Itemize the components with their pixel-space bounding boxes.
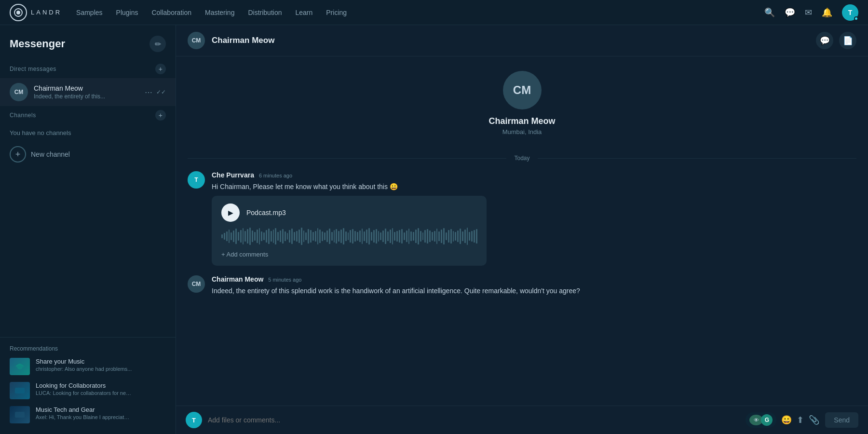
nav-item-pricing[interactable]: Pricing — [326, 7, 347, 18]
rec-preview: Axel: Hi, Thank you Blaine I appreciate … — [36, 414, 132, 420]
nav-items: SamplesPluginsCollaborationMasteringDist… — [76, 7, 764, 18]
rec-thumb-music-tech — [10, 406, 30, 423]
rec-thumb-collaborators — [10, 382, 30, 399]
dm-item[interactable]: CM Chairman Meow Indeed, the entirety of… — [0, 78, 176, 106]
input-area: T 👁 G 😀 ⬆ 📎 Send — [176, 406, 868, 434]
dm-info: Chairman Meow Indeed, the entirety of th… — [34, 84, 139, 100]
message-header: Chairman Meow 5 minutes ago — [212, 275, 856, 283]
message-avatar: CM — [188, 275, 205, 293]
new-channel-button[interactable]: + New channel — [10, 146, 166, 163]
recommendations-section: Recommendations Share your Music christo… — [0, 337, 176, 434]
message-header: Che Purrvara 6 minutes ago — [212, 171, 856, 179]
top-navigation: LANDR SamplesPluginsCollaborationMasteri… — [0, 0, 868, 25]
input-user-avatar: T — [186, 412, 202, 428]
logo[interactable]: LANDR — [10, 4, 62, 21]
direct-messages-label: Direct messages — [10, 66, 56, 72]
chat-message-icon-button[interactable]: 💬 — [816, 32, 833, 49]
search-icon[interactable]: 🔍 — [764, 7, 775, 18]
recommendations-title: Recommendations — [10, 345, 166, 352]
nav-item-learn[interactable]: Learn — [295, 7, 312, 18]
message-row: T Che Purrvara 6 minutes ago Hi Chairman… — [188, 171, 856, 266]
rec-thumb-share — [10, 358, 30, 375]
rec-name: Looking for Collaborators — [36, 382, 166, 389]
message-time: 6 minutes ago — [259, 173, 292, 178]
emoji-button[interactable]: 😀 — [781, 415, 792, 425]
user-avatar[interactable]: T — [842, 4, 858, 21]
no-channels-text: You have no channels — [0, 124, 176, 141]
logo-icon — [10, 4, 27, 21]
dm-more-icon[interactable]: ⋯ — [145, 88, 152, 97]
dm-preview: Indeed, the entirety of this... — [34, 93, 139, 100]
message-input[interactable] — [208, 416, 740, 424]
online-indicator — [854, 16, 858, 21]
chat-header-left: CM Chairman Meow — [188, 32, 274, 49]
message-sender-name: Chairman Meow — [212, 275, 263, 283]
svg-rect-1 — [15, 388, 25, 393]
profile-name: Chairman Meow — [488, 116, 555, 126]
add-comments-button[interactable]: + Add comments — [221, 251, 477, 258]
nav-item-collaboration[interactable]: Collaboration — [151, 7, 191, 18]
audio-waveform — [221, 228, 477, 245]
rec-preview: LUCA: Looking for collaborators for new.… — [36, 390, 132, 396]
rec-item-music-tech[interactable]: Music Tech and Gear Axel: Hi, Thank you … — [10, 406, 166, 423]
sidebar: Messenger ✏ Direct messages + CM Chairma… — [0, 25, 176, 434]
direct-messages-header: Direct messages + — [0, 60, 176, 78]
chat-header: CM Chairman Meow 💬 📄 — [176, 25, 868, 56]
rec-item-collaborators[interactable]: Looking for Collaborators LUCA: Looking … — [10, 382, 166, 399]
rec-info: Share your Music christopher: Also anyon… — [36, 358, 166, 372]
contact-profile: CM Chairman Meow Mumbai, India — [176, 56, 868, 145]
chat-contact-name: Chairman Meow — [212, 36, 274, 45]
rec-name: Music Tech and Gear — [36, 406, 166, 413]
attach-button[interactable]: 📎 — [809, 415, 819, 425]
audio-filename: Podcast.mp3 — [246, 209, 286, 217]
ai-badge[interactable]: 👁 G — [746, 412, 776, 428]
nav-item-distribution[interactable]: Distribution — [248, 7, 282, 18]
dm-actions: ⋯ ✓✓ — [145, 88, 166, 97]
messages-area: Today T Che Purrvara 6 minutes ago Hi Ch… — [176, 145, 868, 406]
sidebar-title: Messenger — [10, 38, 65, 50]
message-content: Che Purrvara 6 minutes ago Hi Chairman, … — [212, 171, 856, 266]
sidebar-header: Messenger ✏ — [0, 25, 176, 60]
rec-item-share-music[interactable]: Share your Music christopher: Also anyon… — [10, 358, 166, 375]
nav-item-mastering[interactable]: Mastering — [205, 7, 234, 18]
add-channel-button[interactable]: + — [155, 110, 166, 121]
profile-avatar: CM — [503, 71, 542, 109]
topnav-right: 🔍 💬 ✉ 🔔 T — [764, 4, 858, 21]
audio-player: ▶ Podcast.mp3 + Add comments — [212, 196, 487, 266]
chat-document-icon-button[interactable]: 📄 — [839, 32, 856, 49]
audio-top: ▶ Podcast.mp3 — [221, 203, 477, 222]
message-row: CM Chairman Meow 5 minutes ago Indeed, t… — [188, 275, 856, 296]
send-button[interactable]: Send — [825, 412, 858, 428]
message-avatar: T — [188, 171, 205, 189]
chat-icon[interactable]: 💬 — [785, 7, 795, 18]
bell-icon[interactable]: 🔔 — [822, 7, 832, 18]
ai-g-icon: G — [761, 414, 773, 426]
nav-item-plugins[interactable]: Plugins — [116, 7, 138, 18]
play-button[interactable]: ▶ — [221, 203, 240, 222]
rec-preview: christopher: Also anyone had problems... — [36, 366, 132, 372]
dm-avatar: CM — [10, 83, 28, 101]
message-time: 5 minutes ago — [268, 277, 301, 283]
add-content-button[interactable]: ⬆ — [797, 415, 804, 425]
compose-button[interactable]: ✏ — [149, 36, 166, 52]
mail-icon[interactable]: ✉ — [805, 7, 812, 18]
date-divider: Today — [188, 155, 856, 162]
nav-item-samples[interactable]: Samples — [76, 7, 102, 18]
new-channel-label: New channel — [31, 150, 70, 158]
message-text: Indeed, the entirety of this splendid wo… — [212, 286, 856, 296]
rec-info: Music Tech and Gear Axel: Hi, Thank you … — [36, 406, 166, 420]
channels-header: Channels + — [0, 106, 176, 124]
message-content: Chairman Meow 5 minutes ago Indeed, the … — [212, 275, 856, 296]
rec-name: Share your Music — [36, 358, 166, 365]
main-layout: Messenger ✏ Direct messages + CM Chairma… — [0, 25, 868, 434]
svg-rect-2 — [15, 412, 25, 418]
profile-location: Mumbai, India — [502, 128, 542, 136]
chat-area: CM Chairman Meow 💬 📄 CM Chairman Meow Mu… — [176, 25, 868, 434]
dm-name: Chairman Meow — [34, 84, 139, 92]
rec-info: Looking for Collaborators LUCA: Looking … — [36, 382, 166, 396]
chat-contact-avatar: CM — [188, 32, 205, 49]
input-actions: 👁 G 😀 ⬆ 📎 — [746, 412, 819, 428]
message-text: Hi Chairman, Please let me know what you… — [212, 182, 856, 192]
channels-label: Channels — [10, 112, 36, 119]
add-dm-button[interactable]: + — [155, 64, 166, 74]
